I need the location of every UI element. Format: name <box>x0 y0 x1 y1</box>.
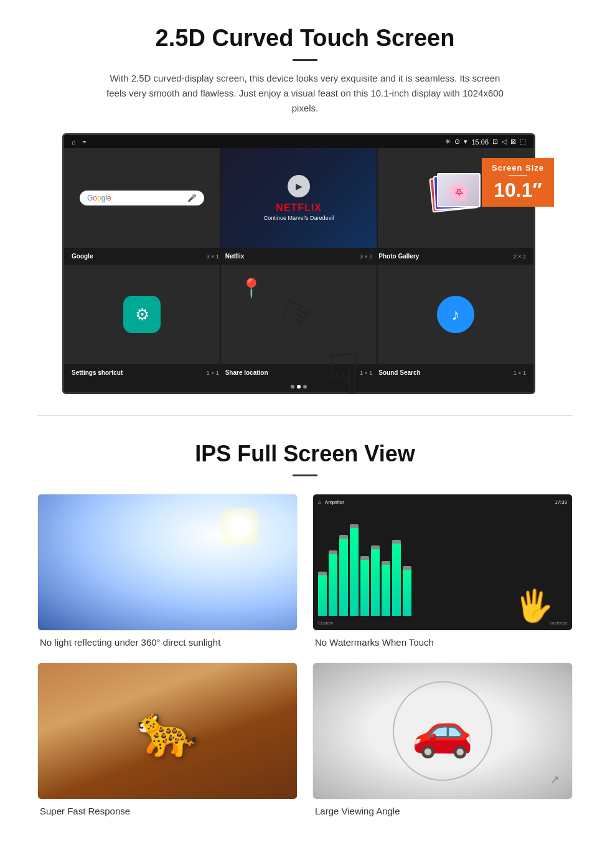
curved-screen-description: With 2.5D curved-display screen, this de… <box>106 71 504 116</box>
dot-1 <box>291 385 294 389</box>
pointing-hand-icon: ☞ <box>271 284 326 346</box>
app-labels-top: Google 3 × 1 Netflix 3 × 2 Photo Gallery… <box>64 248 533 265</box>
badge-title: Screen Size <box>492 163 544 172</box>
amp-bar-5 <box>360 559 369 616</box>
settings-app-cell[interactable]: ⚙ <box>64 265 220 364</box>
ips-title-divider <box>293 474 317 476</box>
feature-viewing-angle: 🚗 ↗ Large Viewing Angle <box>312 663 573 816</box>
netflix-play-button[interactable]: ▶ <box>288 175 310 197</box>
amp-bar-6 <box>371 548 380 616</box>
google-app-cell[interactable]: Google 🎤 <box>64 148 220 248</box>
mic-icon[interactable]: 🎤 <box>187 194 197 202</box>
status-bar: ⌂ ⌁ ✳ ⊙ ▾ 15:06 ⊡ ◁ ⊠ ⬚ <box>64 135 533 148</box>
cheetah-image: 🐆 <box>37 663 298 800</box>
gallery-name: Photo Gallery <box>378 253 419 260</box>
badge-size: 10.1″ <box>492 179 544 202</box>
curved-screen-section: 2.5D Curved Touch Screen With 2.5D curve… <box>0 0 610 415</box>
netflix-name: Netflix <box>225 253 245 260</box>
settings-name: Settings shortcut <box>72 369 123 376</box>
camera-icon: ⊡ <box>492 138 498 146</box>
amp-bar-7 <box>382 564 390 616</box>
car-direction-arrow: ↗ <box>550 773 560 786</box>
dot-2 <box>297 385 301 389</box>
title-divider <box>293 59 317 61</box>
watermarks-label: No Watermarks When Touch <box>312 637 573 648</box>
dot-3 <box>303 385 307 389</box>
amp-bar-3 <box>339 537 348 616</box>
amp-bar-4 <box>350 527 359 616</box>
google-label: Google 3 × 1 <box>69 252 222 261</box>
feature-watermarks: ⌂ Amplifier 17:33 <box>312 494 573 648</box>
share-app-cell[interactable]: 📍 ☞ <box>221 265 377 364</box>
status-bar-right: ✳ ⊙ ▾ 15:06 ⊡ ◁ ⊠ ⬚ <box>445 138 526 146</box>
bluetooth-icon: ✳ <box>445 138 451 146</box>
netflix-app-cell[interactable]: ▶ NETFLIX Continue Marvel's Daredevil <box>221 148 377 248</box>
amp-home-icon: ⌂ <box>318 499 321 505</box>
car-oval: 🚗 <box>393 681 492 781</box>
amp-bar-1 <box>318 574 327 616</box>
sun-rays <box>221 508 258 545</box>
sound-app-cell[interactable]: ♪ <box>378 265 533 364</box>
home-icon[interactable]: ⌂ <box>72 138 76 146</box>
cheetah-icon: 🐆 <box>136 702 199 760</box>
ips-screen-section: IPS Full Screen View No light reflecting… <box>0 416 610 835</box>
viewing-angle-label: Large Viewing Angle <box>312 806 573 816</box>
feature-fast-response: 🐆 Super Fast Response <box>37 663 298 816</box>
app-grid-bottom: ⚙ 📍 ☞ ♪ <box>64 265 533 364</box>
amp-title: Amplifier <box>325 499 344 505</box>
amp-bar-8 <box>392 542 401 616</box>
volume-icon: ◁ <box>502 138 507 146</box>
sound-name: Sound Search <box>378 369 420 376</box>
maps-icon: 📍 <box>240 277 263 299</box>
car-image: 🚗 ↗ <box>312 663 573 800</box>
share-name: Share location <box>225 369 268 376</box>
badge-divider <box>509 175 527 176</box>
amp-header: ⌂ Amplifier 17:33 <box>318 499 567 505</box>
touch-hand-amp: 🖐 <box>515 588 553 624</box>
gallery-label: Photo Gallery 2 × 2 <box>376 252 528 261</box>
sound-size: 1 × 1 <box>514 370 526 376</box>
window-icon[interactable]: ⬚ <box>520 138 526 146</box>
photo-stack: 🌸 <box>431 173 481 223</box>
device-demo-wrapper: Screen Size 10.1″ ⌂ ⌁ ✳ ⊙ ▾ 15:06 ⊡ ◁ ⊠ <box>62 133 548 394</box>
app-labels-bottom: Settings shortcut 1 × 1 Share location 1… <box>64 364 533 381</box>
photo-card-3: 🌸 <box>437 173 481 207</box>
sunlight-label: No light reflecting under 360° direct su… <box>37 637 298 648</box>
google-name: Google <box>72 253 93 260</box>
netflix-logo: NETFLIX <box>276 202 322 214</box>
feature-sunlight: No light reflecting under 360° direct su… <box>37 494 298 648</box>
amp-time: 17:33 <box>555 499 567 505</box>
netflix-label: Netflix 3 × 2 <box>223 252 375 261</box>
amplifier-image: ⌂ Amplifier 17:33 <box>312 494 573 631</box>
amp-bar-9 <box>403 568 411 616</box>
status-time: 15:06 <box>471 138 489 146</box>
google-size: 3 × 1 <box>206 253 218 260</box>
netflix-subtitle: Continue Marvel's Daredevil <box>264 215 334 221</box>
settings-label: Settings shortcut 1 × 1 <box>69 368 222 377</box>
sound-label: Sound Search 1 × 1 <box>376 368 528 377</box>
ips-screen-title: IPS Full Screen View <box>37 441 573 467</box>
wifi-icon: ▾ <box>464 138 467 146</box>
car-top-view-icon: 🚗 <box>411 702 474 760</box>
netflix-size: 3 × 2 <box>360 253 372 260</box>
share-label: Share location 1 × 1 <box>223 368 375 377</box>
status-bar-left: ⌂ ⌁ <box>72 138 87 146</box>
features-grid: No light reflecting under 360° direct su… <box>37 494 573 816</box>
app-grid-top: Google 🎤 ▶ NETFLIX Continue Marvel's Dar… <box>64 148 533 248</box>
settings-icon: ⚙ <box>123 296 161 333</box>
gallery-size: 2 × 2 <box>514 253 526 260</box>
google-logo-text: Google <box>87 194 111 202</box>
fast-response-label: Super Fast Response <box>37 806 298 816</box>
screen-size-badge: Screen Size 10.1″ <box>482 158 554 207</box>
device-screen: ⌂ ⌁ ✳ ⊙ ▾ 15:06 ⊡ ◁ ⊠ ⬚ <box>62 133 535 394</box>
google-search-bar[interactable]: Google 🎤 <box>80 191 204 205</box>
sound-icon: ♪ <box>437 296 474 333</box>
location-icon: ⊙ <box>454 138 460 146</box>
close-icon[interactable]: ⊠ <box>510 138 516 146</box>
sunlight-image <box>37 494 298 631</box>
usb-icon: ⌁ <box>82 138 87 146</box>
share-size: 1 × 1 <box>360 370 372 376</box>
settings-size: 1 × 1 <box>206 370 218 376</box>
sunlight-bg <box>38 494 297 630</box>
pagination-dots <box>64 381 533 392</box>
